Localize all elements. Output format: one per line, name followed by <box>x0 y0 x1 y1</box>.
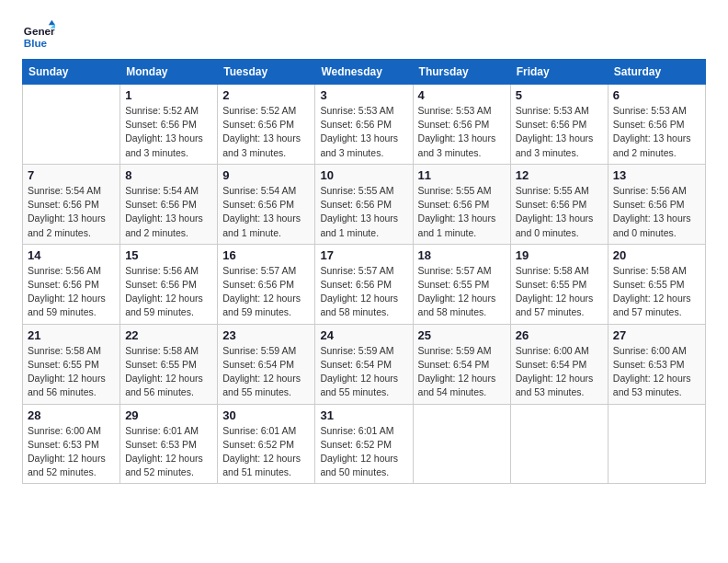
svg-text:Blue: Blue <box>24 37 48 49</box>
day-info: Sunrise: 5:57 AM Sunset: 6:56 PM Dayligh… <box>222 264 310 320</box>
weekday-header-sunday: Sunday <box>23 60 120 85</box>
calendar-cell: 16Sunrise: 5:57 AM Sunset: 6:56 PM Dayli… <box>218 244 315 324</box>
calendar-cell: 21Sunrise: 5:58 AM Sunset: 6:55 PM Dayli… <box>23 324 120 404</box>
calendar-cell: 29Sunrise: 6:01 AM Sunset: 6:53 PM Dayli… <box>120 404 218 484</box>
day-number: 2 <box>222 88 310 102</box>
day-info: Sunrise: 5:58 AM Sunset: 6:55 PM Dayligh… <box>613 264 700 320</box>
day-number: 10 <box>320 168 407 182</box>
week-row-1: 7Sunrise: 5:54 AM Sunset: 6:56 PM Daylig… <box>23 164 706 244</box>
calendar-table: SundayMondayTuesdayWednesdayThursdayFrid… <box>22 59 706 484</box>
day-number: 17 <box>320 248 407 262</box>
day-info: Sunrise: 5:57 AM Sunset: 6:55 PM Dayligh… <box>418 264 506 320</box>
day-number: 14 <box>28 248 115 262</box>
day-number: 22 <box>125 328 212 342</box>
day-number: 5 <box>516 88 603 102</box>
logo-icon: General Blue <box>22 18 55 52</box>
calendar-cell: 22Sunrise: 5:58 AM Sunset: 6:55 PM Dayli… <box>120 324 218 404</box>
day-number: 11 <box>418 168 506 182</box>
day-info: Sunrise: 5:55 AM Sunset: 6:56 PM Dayligh… <box>418 184 506 240</box>
day-number: 4 <box>418 88 506 102</box>
calendar-cell: 20Sunrise: 5:58 AM Sunset: 6:55 PM Dayli… <box>608 244 705 324</box>
day-info: Sunrise: 6:01 AM Sunset: 6:52 PM Dayligh… <box>320 424 407 480</box>
day-number: 1 <box>125 88 212 102</box>
weekday-header-row: SundayMondayTuesdayWednesdayThursdayFrid… <box>23 60 706 85</box>
day-number: 16 <box>222 248 310 262</box>
day-info: Sunrise: 5:53 AM Sunset: 6:56 PM Dayligh… <box>613 104 700 160</box>
day-number: 19 <box>516 248 603 262</box>
week-row-4: 28Sunrise: 6:00 AM Sunset: 6:53 PM Dayli… <box>23 404 706 484</box>
day-number: 26 <box>516 328 603 342</box>
calendar-cell: 3Sunrise: 5:53 AM Sunset: 6:56 PM Daylig… <box>315 85 413 165</box>
day-info: Sunrise: 5:52 AM Sunset: 6:56 PM Dayligh… <box>222 104 310 160</box>
day-info: Sunrise: 5:55 AM Sunset: 6:56 PM Dayligh… <box>516 184 603 240</box>
svg-marker-2 <box>49 20 55 25</box>
day-info: Sunrise: 5:58 AM Sunset: 6:55 PM Dayligh… <box>516 264 603 320</box>
day-info: Sunrise: 5:56 AM Sunset: 6:56 PM Dayligh… <box>613 184 700 240</box>
calendar-cell: 19Sunrise: 5:58 AM Sunset: 6:55 PM Dayli… <box>510 244 608 324</box>
svg-text:General: General <box>24 25 55 37</box>
calendar-cell: 28Sunrise: 6:00 AM Sunset: 6:53 PM Dayli… <box>23 404 120 484</box>
day-number: 6 <box>613 88 700 102</box>
calendar-cell: 6Sunrise: 5:53 AM Sunset: 6:56 PM Daylig… <box>608 85 705 165</box>
calendar-cell: 18Sunrise: 5:57 AM Sunset: 6:55 PM Dayli… <box>413 244 510 324</box>
calendar-cell: 14Sunrise: 5:56 AM Sunset: 6:56 PM Dayli… <box>23 244 120 324</box>
calendar-cell: 27Sunrise: 6:00 AM Sunset: 6:53 PM Dayli… <box>608 324 705 404</box>
day-number: 21 <box>28 328 115 342</box>
calendar-cell: 7Sunrise: 5:54 AM Sunset: 6:56 PM Daylig… <box>23 164 120 244</box>
day-info: Sunrise: 5:53 AM Sunset: 6:56 PM Dayligh… <box>516 104 603 160</box>
calendar-cell: 11Sunrise: 5:55 AM Sunset: 6:56 PM Dayli… <box>413 164 510 244</box>
calendar-cell: 2Sunrise: 5:52 AM Sunset: 6:56 PM Daylig… <box>218 85 315 165</box>
day-info: Sunrise: 6:00 AM Sunset: 6:53 PM Dayligh… <box>613 344 700 400</box>
calendar-cell: 9Sunrise: 5:54 AM Sunset: 6:56 PM Daylig… <box>218 164 315 244</box>
calendar-cell: 12Sunrise: 5:55 AM Sunset: 6:56 PM Dayli… <box>510 164 608 244</box>
calendar-cell: 4Sunrise: 5:53 AM Sunset: 6:56 PM Daylig… <box>413 85 510 165</box>
day-number: 27 <box>613 328 700 342</box>
day-info: Sunrise: 6:00 AM Sunset: 6:54 PM Dayligh… <box>516 344 603 400</box>
day-info: Sunrise: 6:01 AM Sunset: 6:52 PM Dayligh… <box>222 424 310 480</box>
day-info: Sunrise: 5:54 AM Sunset: 6:56 PM Dayligh… <box>222 184 310 240</box>
calendar-cell: 25Sunrise: 5:59 AM Sunset: 6:54 PM Dayli… <box>413 324 510 404</box>
day-info: Sunrise: 5:56 AM Sunset: 6:56 PM Dayligh… <box>28 264 115 320</box>
day-info: Sunrise: 5:53 AM Sunset: 6:56 PM Dayligh… <box>320 104 407 160</box>
day-number: 7 <box>28 168 115 182</box>
day-info: Sunrise: 6:01 AM Sunset: 6:53 PM Dayligh… <box>125 424 212 480</box>
week-row-2: 14Sunrise: 5:56 AM Sunset: 6:56 PM Dayli… <box>23 244 706 324</box>
week-row-0: 1Sunrise: 5:52 AM Sunset: 6:56 PM Daylig… <box>23 85 706 165</box>
day-number: 29 <box>125 408 212 422</box>
weekday-header-monday: Monday <box>120 60 218 85</box>
weekday-header-thursday: Thursday <box>413 60 510 85</box>
day-info: Sunrise: 5:52 AM Sunset: 6:56 PM Dayligh… <box>125 104 212 160</box>
weekday-header-saturday: Saturday <box>608 60 705 85</box>
day-number: 30 <box>222 408 310 422</box>
day-number: 20 <box>613 248 700 262</box>
day-number: 12 <box>516 168 603 182</box>
day-number: 18 <box>418 248 506 262</box>
day-info: Sunrise: 5:56 AM Sunset: 6:56 PM Dayligh… <box>125 264 212 320</box>
calendar-cell: 17Sunrise: 5:57 AM Sunset: 6:56 PM Dayli… <box>315 244 413 324</box>
day-info: Sunrise: 5:55 AM Sunset: 6:56 PM Dayligh… <box>320 184 407 240</box>
calendar-cell: 31Sunrise: 6:01 AM Sunset: 6:52 PM Dayli… <box>315 404 413 484</box>
calendar-cell: 30Sunrise: 6:01 AM Sunset: 6:52 PM Dayli… <box>218 404 315 484</box>
day-info: Sunrise: 5:54 AM Sunset: 6:56 PM Dayligh… <box>125 184 212 240</box>
day-number: 3 <box>320 88 407 102</box>
day-number: 15 <box>125 248 212 262</box>
day-info: Sunrise: 5:59 AM Sunset: 6:54 PM Dayligh… <box>418 344 506 400</box>
weekday-header-tuesday: Tuesday <box>218 60 315 85</box>
calendar-cell: 1Sunrise: 5:52 AM Sunset: 6:56 PM Daylig… <box>120 85 218 165</box>
day-info: Sunrise: 5:59 AM Sunset: 6:54 PM Dayligh… <box>222 344 310 400</box>
calendar-cell: 15Sunrise: 5:56 AM Sunset: 6:56 PM Dayli… <box>120 244 218 324</box>
calendar-cell <box>413 404 510 484</box>
day-number: 25 <box>418 328 506 342</box>
calendar-cell: 26Sunrise: 6:00 AM Sunset: 6:54 PM Dayli… <box>510 324 608 404</box>
day-info: Sunrise: 5:59 AM Sunset: 6:54 PM Dayligh… <box>320 344 407 400</box>
day-number: 13 <box>613 168 700 182</box>
day-number: 8 <box>125 168 212 182</box>
day-number: 23 <box>222 328 310 342</box>
calendar-cell: 24Sunrise: 5:59 AM Sunset: 6:54 PM Dayli… <box>315 324 413 404</box>
header: General Blue <box>22 18 706 52</box>
calendar-cell <box>23 85 120 165</box>
day-number: 31 <box>320 408 407 422</box>
calendar-cell: 5Sunrise: 5:53 AM Sunset: 6:56 PM Daylig… <box>510 85 608 165</box>
day-info: Sunrise: 6:00 AM Sunset: 6:53 PM Dayligh… <box>28 424 115 480</box>
calendar-cell: 23Sunrise: 5:59 AM Sunset: 6:54 PM Dayli… <box>218 324 315 404</box>
